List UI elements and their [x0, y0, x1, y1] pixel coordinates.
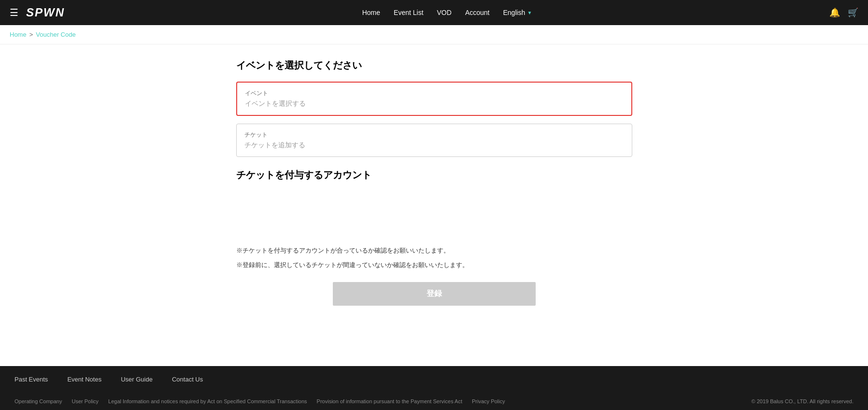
footer-bottom: Operating Company User Policy Legal Info…	[0, 393, 868, 410]
breadcrumb-current: Voucher Code	[36, 31, 75, 38]
breadcrumb: Home > Voucher Code	[0, 25, 868, 44]
register-button[interactable]: 登録	[333, 282, 536, 306]
logo: SPWN	[26, 6, 65, 19]
main-content: イベントを選択してください イベント イベントを選択する チケット チケットを追…	[144, 44, 724, 366]
footer-legal-privacy-policy[interactable]: Privacy Policy	[472, 398, 505, 404]
footer: Past Events Event Notes User Guide Conta…	[0, 366, 868, 410]
language-label: English	[503, 9, 525, 16]
ticket-placeholder: チケットを追加する	[244, 141, 624, 150]
footer-legal-links: Operating Company User Policy Legal Info…	[14, 398, 505, 404]
footer-legal-user-policy[interactable]: User Policy	[71, 398, 99, 404]
event-label: イベント	[245, 89, 624, 98]
header-icons: 🔔 🛒	[829, 7, 858, 18]
footer-link-contact-us[interactable]: Contact Us	[172, 376, 203, 383]
event-placeholder: イベントを選択する	[245, 99, 624, 108]
account-section-title: チケットを付与するアカウント	[236, 169, 632, 182]
nav-account[interactable]: Account	[465, 9, 490, 16]
ticket-select-box[interactable]: チケット チケットを追加する	[236, 124, 632, 157]
nav-vod[interactable]: VOD	[437, 9, 452, 16]
footer-legal-operating-company[interactable]: Operating Company	[14, 398, 62, 404]
account-area	[236, 189, 632, 238]
header-nav: Home Event List VOD Account English ▼	[362, 9, 532, 16]
register-btn-wrapper: 登録	[236, 282, 632, 306]
footer-link-past-events[interactable]: Past Events	[14, 376, 48, 383]
event-section-title: イベントを選択してください	[236, 59, 632, 72]
nav-home[interactable]: Home	[362, 9, 380, 16]
footer-link-event-notes[interactable]: Event Notes	[67, 376, 101, 383]
event-select-box[interactable]: イベント イベントを選択する	[236, 82, 632, 116]
breadcrumb-separator: >	[29, 31, 33, 38]
breadcrumb-home[interactable]: Home	[10, 31, 27, 38]
footer-link-user-guide[interactable]: User Guide	[121, 376, 153, 383]
ticket-label: チケット	[244, 131, 624, 139]
header: ☰ SPWN Home Event List VOD Account Engli…	[0, 0, 868, 25]
form-container: イベントを選択してください イベント イベントを選択する チケット チケットを追…	[236, 59, 632, 306]
notification-icon[interactable]: 🔔	[829, 7, 840, 18]
header-left: ☰ SPWN	[10, 6, 65, 19]
chevron-down-icon: ▼	[527, 10, 532, 15]
footer-legal-payment-services[interactable]: Provision of information pursuant to the…	[317, 398, 462, 404]
notice-text-2: ※登録前に、選択しているチケットが間違っていないか確認をお願いいたします。	[236, 260, 632, 270]
language-selector[interactable]: English ▼	[503, 9, 532, 16]
footer-copyright: © 2019 Balus CO., LTD. All rights reserv…	[752, 398, 854, 404]
nav-event-list[interactable]: Event List	[394, 9, 423, 16]
footer-links: Past Events Event Notes User Guide Conta…	[0, 366, 868, 393]
cart-icon[interactable]: 🛒	[848, 7, 858, 18]
hamburger-icon[interactable]: ☰	[10, 7, 18, 18]
notice-text-1: ※チケットを付与するアカウントが合っているか確認をお願いいたします。	[236, 245, 632, 256]
footer-legal-commercial-transactions[interactable]: Legal Information and notices required b…	[108, 398, 307, 404]
